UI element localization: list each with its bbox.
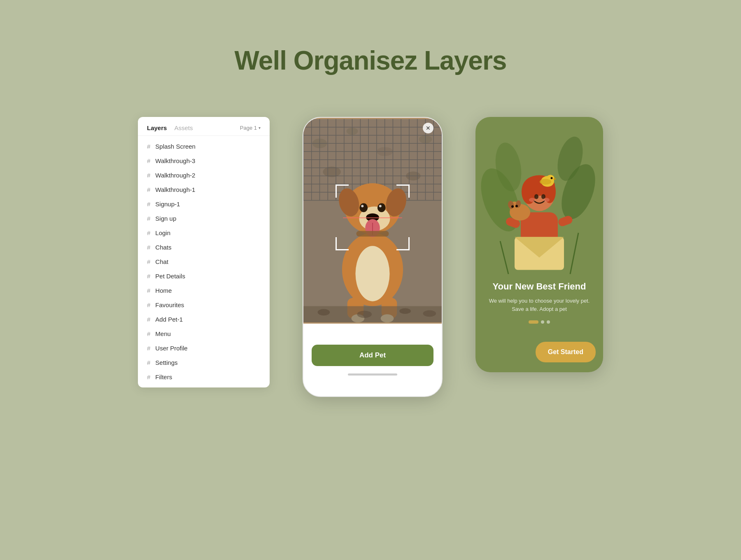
svg-point-56 [318, 309, 330, 315]
scan-corner-br [396, 237, 410, 250]
layers-header: Layers Assets Page 1 ▾ [138, 117, 270, 136]
layer-item[interactable]: #Settings [138, 355, 270, 370]
hash-icon: # [147, 229, 150, 236]
hash-icon: # [147, 186, 150, 193]
scan-corner-tr [396, 184, 410, 198]
tab-assets[interactable]: Assets [174, 124, 193, 131]
hash-icon: # [147, 330, 150, 337]
get-started-wrapper: Get Started [475, 342, 603, 372]
layer-item-label: Sign up [155, 215, 176, 222]
hash-icon: # [147, 157, 150, 164]
svg-point-84 [515, 205, 518, 208]
phone-image-area [303, 118, 442, 324]
content-row: Layers Assets Page 1 ▾ #Splash Screen#Wa… [0, 117, 741, 397]
scan-frame [336, 184, 410, 250]
layer-item[interactable]: #Login [138, 226, 270, 240]
page-indicator-label: Page 1 [240, 125, 257, 131]
svg-point-89 [551, 177, 553, 179]
layers-panel: Layers Assets Page 1 ▾ #Splash Screen#Wa… [138, 117, 270, 387]
layer-item[interactable]: #Sign up [138, 211, 270, 226]
phone-top-bar: ✕ [415, 118, 442, 136]
layer-item-label: Filters [155, 373, 172, 380]
scan-line [343, 217, 402, 218]
layer-item[interactable]: #Favourites [138, 298, 270, 312]
svg-point-83 [511, 205, 514, 208]
layer-item-label: Favourites [155, 301, 184, 308]
home-indicator [348, 373, 397, 376]
svg-line-65 [570, 233, 578, 274]
svg-point-77 [529, 198, 536, 202]
layer-item[interactable]: #Menu [138, 327, 270, 341]
dot-3 [547, 320, 550, 324]
layer-item[interactable]: #Walkthrough-3 [138, 154, 270, 168]
hash-icon: # [147, 359, 150, 366]
svg-point-36 [355, 246, 389, 301]
svg-point-75 [534, 194, 538, 199]
svg-point-58 [399, 308, 411, 314]
layer-item[interactable]: #Add Pet-1 [138, 312, 270, 327]
layer-item-label: Pet Details [155, 273, 185, 280]
hash-icon: # [147, 301, 150, 308]
layer-item-label: Signup-1 [155, 201, 180, 208]
layer-item-label: Chats [155, 244, 171, 251]
layer-item-label: Walkthrough-2 [155, 172, 195, 179]
add-pet-button[interactable]: Add Pet [312, 345, 433, 366]
hash-icon: # [147, 345, 150, 352]
layer-item[interactable]: #Home [138, 283, 270, 298]
svg-point-57 [357, 310, 372, 318]
page-title: Well Organisez Layers [235, 45, 507, 76]
page-indicator[interactable]: Page 1 ▾ [240, 125, 261, 131]
svg-point-5 [323, 167, 340, 177]
layers-list: #Splash Screen#Walkthrough-3#Walkthrough… [138, 136, 270, 387]
layer-item-label: Add Pet-1 [155, 316, 183, 323]
layer-item[interactable]: #Filters [138, 370, 270, 384]
layer-item[interactable]: #Walkthrough-1 [138, 182, 270, 197]
hash-icon: # [147, 273, 150, 280]
layer-item[interactable]: #Chat [138, 254, 270, 269]
get-started-button[interactable]: Get Started [536, 342, 596, 362]
hash-icon: # [147, 244, 150, 251]
onboarding-text-area: Your New Best Friend We will help you to… [475, 281, 603, 342]
svg-point-88 [540, 179, 551, 185]
dot-2 [541, 320, 544, 324]
layers-tabs: Layers Assets [147, 124, 193, 131]
layer-item-label: Login [155, 229, 170, 236]
layer-item-label: Home [155, 287, 172, 294]
chevron-down-icon: ▾ [259, 126, 261, 130]
hash-icon: # [147, 143, 150, 150]
layer-item[interactable]: #Chats [138, 240, 270, 254]
hash-icon: # [147, 172, 150, 179]
layer-item[interactable]: #Signup-1 [138, 197, 270, 211]
dot-active [529, 320, 538, 324]
svg-line-64 [500, 241, 508, 274]
layer-item-label: Walkthrough-3 [155, 157, 195, 164]
onboarding-title: Your New Best Friend [488, 281, 591, 293]
hash-icon: # [147, 373, 150, 380]
layer-item-label: Splash Screen [155, 143, 196, 150]
svg-point-59 [423, 310, 436, 317]
scan-corner-tl [336, 184, 349, 198]
layer-item-label: Walkthrough-1 [155, 186, 195, 193]
hash-icon: # [147, 215, 150, 222]
pagination-dots [488, 320, 591, 324]
scan-corner-bl [336, 237, 349, 250]
onboarding-illustration [475, 117, 603, 283]
hash-icon: # [147, 316, 150, 323]
phone-bottom: Add Pet [303, 324, 442, 396]
tab-layers[interactable]: Layers [147, 124, 167, 131]
layer-item-label: Settings [155, 359, 177, 366]
hash-icon: # [147, 258, 150, 265]
layer-item[interactable]: #Splash Screen [138, 139, 270, 154]
layer-item[interactable]: #Pet Details [138, 269, 270, 283]
svg-marker-87 [554, 178, 556, 180]
hash-icon: # [147, 287, 150, 294]
layer-item-label: Menu [155, 330, 171, 337]
hash-icon: # [147, 201, 150, 208]
close-button[interactable]: ✕ [423, 123, 433, 133]
layer-item[interactable]: #User Profile [138, 341, 270, 355]
svg-point-78 [543, 198, 550, 202]
layer-item-label: User Profile [155, 345, 187, 352]
onboarding-svg [475, 117, 603, 283]
onboarding-card: Your New Best Friend We will help you to… [475, 117, 603, 372]
layer-item[interactable]: #Walkthrough-2 [138, 168, 270, 182]
